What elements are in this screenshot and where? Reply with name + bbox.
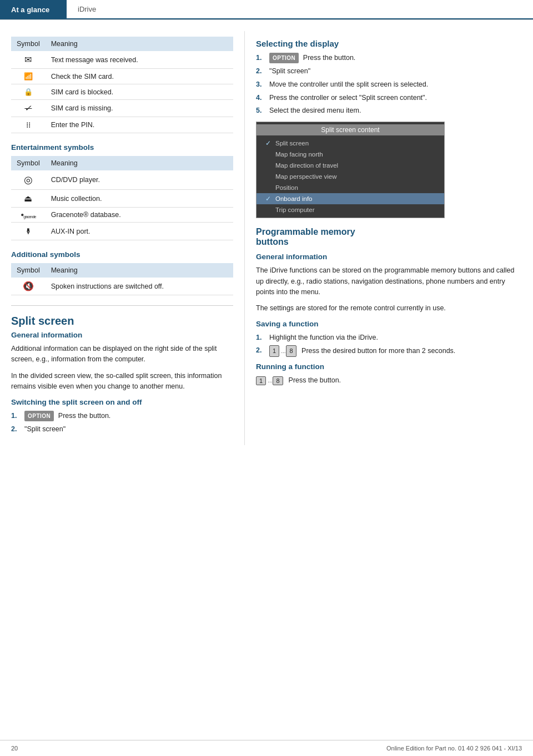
main-content: Symbol Meaning ✉ Text message was receiv…: [0, 20, 533, 456]
step-content: OPTION Press the button.: [269, 53, 355, 63]
split-screen-menu-item: ✓ Trip computer: [257, 204, 444, 215]
list-item: 5. Select the desired menu item.: [256, 105, 522, 116]
split-screen-menu-item: ✓ Map perspective view: [257, 171, 444, 182]
list-item: 1. Highlight the function via the iDrive…: [256, 332, 522, 343]
list-item: 2. "Split screen": [11, 424, 233, 435]
meaning-cell: Music collection.: [46, 190, 233, 208]
divider: [11, 305, 233, 306]
meaning-cell: Check the SIM card.: [46, 69, 233, 84]
split-screen-para1: Additional information can be displayed …: [11, 344, 233, 365]
step-content: "Split screen": [269, 66, 310, 77]
header-left-label: At a glance: [11, 6, 49, 14]
running-function-content: 1 ... 8 Press the button.: [256, 375, 522, 386]
add-table-col2: Meaning: [46, 263, 233, 278]
table-row: 🔇 Spoken instructions are switched off.: [11, 278, 233, 295]
left-column: Symbol Meaning ✉ Text message was receiv…: [0, 31, 244, 445]
split-screen-heading: Split screen: [11, 315, 233, 327]
sim-table-col2: Meaning: [46, 37, 233, 51]
table-row: ◎ CD/DVD player.: [11, 170, 233, 190]
table-row: ⁞⁞ Enter the PIN.: [11, 117, 233, 133]
split-screen-menu-item: ✓ Split screen: [257, 138, 444, 149]
step-content: 1 ... 8 Press the desired button for mor…: [269, 345, 455, 357]
menu-item-label: Map perspective view: [275, 173, 337, 180]
additional-symbols-table: Symbol Meaning 🔇 Spoken instructions are…: [11, 263, 233, 295]
step-content: OPTION Press the button.: [24, 411, 110, 421]
step-content: Highlight the function via the iDrive.: [269, 332, 378, 343]
prog-general-info-para2: The settings are stored for the remote c…: [256, 303, 522, 314]
symbol-cell: ✉: [11, 51, 46, 69]
right-column: Selecting the display 1. OPTION Press th…: [244, 31, 533, 445]
check-icon: ✓: [265, 195, 271, 203]
saving-function-heading: Saving a function: [256, 320, 522, 328]
meaning-cell: AUX-IN port.: [46, 223, 233, 240]
running-function-heading: Running a function: [256, 362, 522, 371]
step-number: 1.: [256, 53, 267, 63]
running-buttons-icon: 1 ... 8: [256, 376, 284, 385]
step-number: 2.: [11, 424, 22, 435]
ent-table-col1: Symbol: [11, 156, 46, 170]
table-row: 🔒 SIM card is blocked.: [11, 84, 233, 100]
page-footer: 20 Online Edition for Part no. 01 40 2 9…: [0, 740, 533, 756]
table-row: ✉ Text message was received.: [11, 51, 233, 69]
entertainment-symbols-table: Symbol Meaning ◎ CD/DVD player. ⏏ Music …: [11, 156, 233, 240]
step-number: 2.: [256, 345, 267, 356]
list-item: 1. OPTION Press the button.: [256, 53, 522, 63]
menu-item-label: Trip computer: [275, 206, 315, 213]
header-section-left: At a glance: [0, 0, 67, 19]
symbol-cell: ✒: [19, 215, 37, 248]
meaning-cell: CD/DVD player.: [46, 170, 233, 190]
step-number: 4.: [256, 93, 267, 103]
step-number: 3.: [256, 79, 267, 90]
menu-item-label: Onboard info: [275, 195, 313, 202]
ent-table-col2: Meaning: [46, 156, 233, 170]
menu-item-label: Position: [275, 184, 298, 191]
symbol-cell: ✓: [11, 100, 46, 117]
page-number: 20: [11, 745, 18, 752]
meaning-cell: SIM card is blocked.: [46, 84, 233, 100]
saving-steps-list: 1. Highlight the function via the iDrive…: [256, 332, 522, 357]
split-screen-para2: In the divided screen view, the so-calle…: [11, 371, 233, 392]
option-button-icon: OPTION: [269, 53, 299, 63]
option-button-icon: OPTION: [24, 411, 54, 421]
step-number: 1.: [256, 332, 267, 343]
table-row: ●gracenote Gracenote® database.: [11, 208, 233, 223]
mem-btn-8: 8: [286, 345, 296, 357]
menu-item-label: Map facing north: [275, 151, 323, 158]
step-content: Select the desired menu item.: [269, 105, 361, 116]
selecting-steps-list: 1. OPTION Press the button. 2. "Split sc…: [256, 53, 522, 116]
sim-symbols-table: Symbol Meaning ✉ Text message was receiv…: [11, 37, 233, 133]
split-screen-general-info-heading: General information: [11, 331, 233, 339]
meaning-cell: SIM card is missing.: [46, 100, 233, 117]
list-item: 4. Press the controller or select "Split…: [256, 93, 522, 103]
check-icon: ✓: [265, 139, 271, 147]
list-item: 3. Move the controller until the split s…: [256, 79, 522, 90]
header-section-right: iDrive: [67, 0, 533, 19]
selecting-display-heading: Selecting the display: [256, 39, 522, 48]
step-number: 2.: [256, 66, 267, 77]
sim-table-col1: Symbol: [11, 37, 46, 51]
split-screen-menu-item-selected: ✓ Onboard info: [257, 193, 444, 204]
running-function-text: Press the button.: [289, 375, 341, 386]
ellipsis: ...: [268, 377, 272, 384]
table-row: ⏏ Music collection.: [11, 190, 233, 208]
page-header: At a glance iDrive: [0, 0, 533, 20]
symbol-cell: ⁞⁞: [11, 117, 46, 133]
split-screen-menu-item: ✓ Position: [257, 182, 444, 193]
meaning-cell: Spoken instructions are switched off.: [46, 278, 233, 295]
step-content: Move the controller until the split scre…: [269, 79, 428, 90]
split-screen-screenshot: Split screen content ✓ Split screen ✓ Ma…: [256, 122, 445, 218]
switching-steps-list: 1. OPTION Press the button. 2. "Split sc…: [11, 411, 233, 435]
step-content: Press the controller or select "Split sc…: [269, 93, 427, 103]
symbol-cell: 🔇: [11, 278, 46, 295]
meaning-cell: Enter the PIN.: [46, 117, 233, 133]
table-row: ✒ AUX-IN port.: [11, 223, 233, 240]
meaning-cell: Gracenote® database.: [46, 208, 233, 223]
menu-item-label: Map direction of travel: [275, 162, 338, 169]
prog-general-info-para1: The iDrive functions can be stored on th…: [256, 265, 522, 298]
symbol-cell: 📶: [11, 69, 46, 84]
switching-heading: Switching the split screen on and off: [11, 398, 233, 406]
step-content: "Split screen": [24, 424, 66, 435]
symbol-cell: 🔒: [11, 84, 46, 100]
split-screen-menu-item: ✓ Map facing north: [257, 149, 444, 160]
footer-copyright: Online Edition for Part no. 01 40 2 926 …: [386, 745, 522, 752]
